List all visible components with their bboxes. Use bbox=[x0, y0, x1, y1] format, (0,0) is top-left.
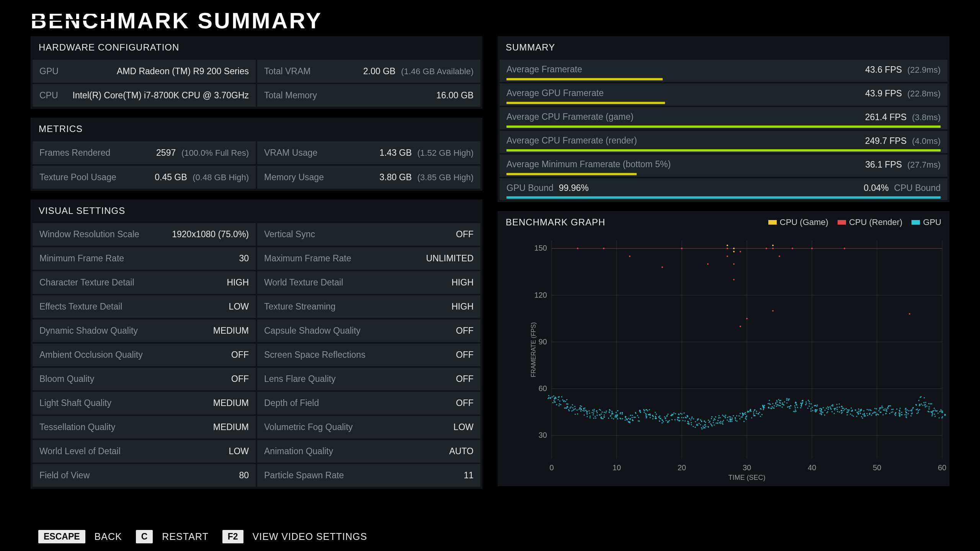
svg-point-328 bbox=[712, 425, 713, 427]
svg-point-774 bbox=[772, 248, 774, 249]
summary-item: Average Framerate 43.6 FPS (22.9ms) bbox=[500, 60, 947, 82]
svg-point-602 bbox=[858, 408, 859, 409]
svg-point-169 bbox=[625, 417, 626, 418]
restart-button[interactable]: RESTART bbox=[162, 531, 208, 542]
svg-point-730 bbox=[925, 406, 926, 408]
svg-point-63 bbox=[572, 404, 573, 405]
view-settings-button[interactable]: VIEW VIDEO SETTINGS bbox=[253, 531, 368, 542]
svg-point-540 bbox=[821, 408, 822, 409]
svg-point-619 bbox=[867, 415, 868, 416]
svg-point-675 bbox=[899, 416, 900, 417]
svg-point-78 bbox=[580, 405, 581, 406]
svg-point-654 bbox=[885, 413, 887, 414]
svg-point-56 bbox=[562, 399, 563, 401]
svg-point-239 bbox=[663, 421, 664, 422]
svg-point-38 bbox=[550, 398, 551, 399]
svg-point-777 bbox=[811, 248, 813, 249]
svg-point-57 bbox=[566, 399, 567, 400]
svg-point-510 bbox=[810, 403, 812, 404]
svg-point-721 bbox=[920, 397, 921, 398]
svg-point-460 bbox=[782, 402, 783, 403]
svg-point-766 bbox=[727, 256, 728, 257]
svg-point-444 bbox=[772, 403, 773, 404]
svg-point-621 bbox=[867, 409, 868, 410]
svg-point-81 bbox=[581, 406, 582, 407]
svg-point-220 bbox=[653, 416, 654, 417]
gpu-bound-label: GPU Bound bbox=[506, 183, 554, 193]
svg-point-579 bbox=[850, 413, 851, 414]
svg-point-415 bbox=[756, 411, 757, 412]
svg-point-567 bbox=[844, 409, 845, 410]
label: Window Resolution Scale bbox=[39, 229, 139, 240]
back-button[interactable]: BACK bbox=[95, 531, 122, 542]
visual-setting-row: Effects Texture DetailLOW bbox=[33, 295, 256, 318]
svg-point-271 bbox=[682, 420, 683, 421]
sub: (4.0ms) bbox=[910, 136, 941, 146]
svg-point-304 bbox=[703, 427, 704, 429]
svg-point-718 bbox=[920, 404, 921, 406]
svg-point-211 bbox=[645, 414, 647, 415]
svg-point-286 bbox=[688, 423, 689, 424]
svg-point-384 bbox=[743, 421, 745, 422]
svg-point-754 bbox=[940, 409, 941, 411]
svg-point-325 bbox=[705, 426, 706, 427]
label: Average Minimum Framerate (bottom 5%) bbox=[506, 159, 671, 170]
svg-point-66 bbox=[568, 409, 569, 410]
legend-cpu-game: CPU (Game) bbox=[768, 217, 828, 227]
svg-point-762 bbox=[662, 266, 663, 268]
bar-icon bbox=[506, 149, 941, 152]
label: Minimum Frame Rate bbox=[39, 253, 124, 264]
svg-point-613 bbox=[861, 416, 862, 417]
hardware-panel: HARDWARE CONFIGURATION GPU AMD Radeon (T… bbox=[31, 36, 482, 109]
f2-key[interactable]: F2 bbox=[222, 530, 243, 543]
svg-point-153 bbox=[613, 418, 614, 419]
svg-point-397 bbox=[746, 416, 747, 417]
svg-point-249 bbox=[668, 421, 669, 422]
svg-point-270 bbox=[679, 420, 680, 421]
svg-point-469 bbox=[787, 406, 788, 408]
label: Vertical Sync bbox=[264, 229, 315, 240]
svg-point-421 bbox=[758, 413, 759, 414]
svg-point-646 bbox=[884, 408, 885, 409]
svg-point-336 bbox=[717, 420, 719, 421]
svg-point-102 bbox=[586, 416, 588, 417]
svg-point-235 bbox=[660, 418, 661, 419]
summary-panel: SUMMARY Average Framerate 43.6 FPS (22.9… bbox=[498, 36, 949, 202]
svg-point-253 bbox=[669, 420, 670, 421]
svg-point-778 bbox=[844, 248, 845, 249]
graph-panel: BENCHMARK GRAPH CPU (Game) CPU (Render) bbox=[498, 211, 949, 486]
svg-point-362 bbox=[728, 416, 730, 417]
value: OFF bbox=[456, 326, 474, 336]
value: HIGH bbox=[452, 302, 474, 312]
label: Field of View bbox=[39, 470, 90, 481]
escape-key[interactable]: ESCAPE bbox=[38, 530, 85, 543]
svg-point-186 bbox=[637, 415, 638, 416]
svg-point-756 bbox=[939, 417, 940, 418]
bar-icon bbox=[506, 78, 663, 80]
svg-point-50 bbox=[561, 396, 562, 397]
svg-point-155 bbox=[616, 414, 617, 416]
svg-point-315 bbox=[705, 422, 706, 423]
svg-point-637 bbox=[875, 412, 876, 413]
svg-point-300 bbox=[695, 427, 696, 428]
bar-icon bbox=[506, 173, 637, 175]
svg-point-577 bbox=[842, 408, 843, 409]
svg-point-710 bbox=[913, 407, 914, 408]
svg-point-318 bbox=[708, 427, 709, 428]
svg-point-493 bbox=[795, 401, 796, 403]
svg-point-131 bbox=[601, 418, 603, 419]
svg-point-298 bbox=[691, 424, 692, 425]
svg-point-166 bbox=[619, 417, 621, 419]
svg-point-461 bbox=[786, 399, 787, 401]
svg-point-73 bbox=[567, 403, 568, 404]
svg-point-295 bbox=[693, 426, 694, 427]
svg-point-74 bbox=[568, 410, 570, 411]
value: 2597 bbox=[156, 148, 176, 158]
value: 11 bbox=[464, 470, 474, 481]
c-key[interactable]: C bbox=[136, 530, 153, 543]
visual-setting-row: Dynamic Shadow QualityMEDIUM bbox=[33, 320, 256, 342]
svg-point-523 bbox=[821, 411, 822, 412]
svg-text:90: 90 bbox=[539, 337, 547, 346]
svg-point-28 bbox=[554, 400, 555, 401]
svg-point-726 bbox=[926, 406, 928, 407]
